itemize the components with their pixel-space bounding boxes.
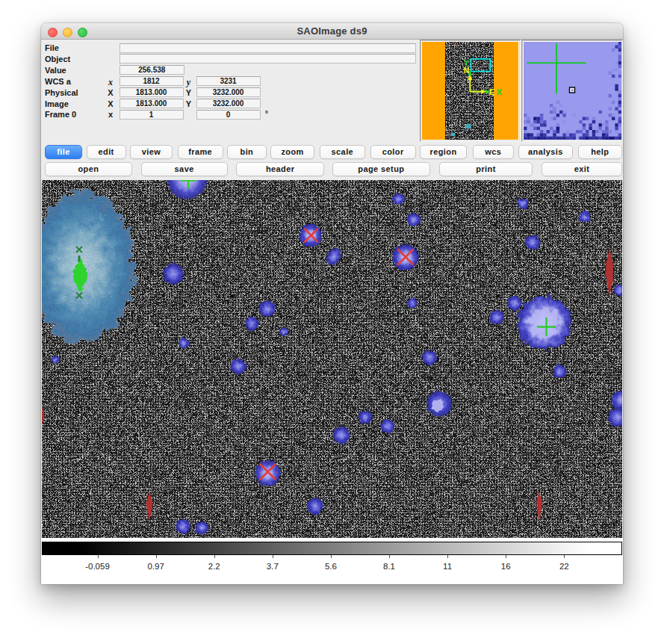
svg-text:X: X <box>497 87 503 96</box>
svg-text:E: E <box>489 87 494 96</box>
svg-text:N: N <box>464 66 470 75</box>
